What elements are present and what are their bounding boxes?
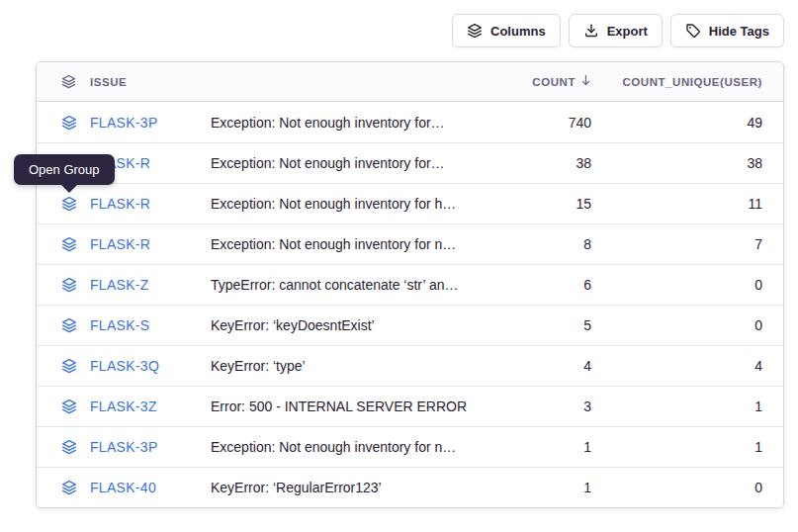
- issue-stack-icon[interactable]: [61, 115, 78, 131]
- count-value: 1: [492, 439, 591, 455]
- issue-stack-icon[interactable]: [61, 317, 78, 333]
- export-button-label: Export: [607, 24, 648, 39]
- header-count-unique[interactable]: COUNT_UNIQUE(USER): [591, 76, 762, 88]
- columns-button-label: Columns: [490, 24, 546, 39]
- count-unique-value: 1: [591, 439, 762, 455]
- issue-link[interactable]: FLASK-3Z: [90, 399, 211, 414]
- header-count-label: COUNT: [532, 76, 576, 88]
- issue-message: KeyError: ‘type’: [211, 358, 492, 374]
- issue-message: Exception: Not enough inventory for…: [211, 115, 492, 131]
- tag-icon: [685, 23, 701, 39]
- table-row[interactable]: FLASK-R Exception: Not enough inventory …: [37, 183, 783, 223]
- count-value: 5: [492, 317, 591, 333]
- count-unique-value: 0: [591, 317, 762, 333]
- count-value: 8: [492, 236, 591, 252]
- issue-stack-icon[interactable]: [61, 439, 78, 455]
- issue-stack-icon[interactable]: [61, 277, 78, 293]
- count-value: 740: [492, 115, 591, 131]
- export-button[interactable]: Export: [569, 14, 663, 47]
- table-row[interactable]: FLASK-3Z Error: 500 - INTERNAL SERVER ER…: [37, 386, 783, 426]
- table-row[interactable]: FLASK-3P Exception: Not enough inventory…: [37, 426, 783, 467]
- page: Columns Export Hide Tags: [0, 0, 798, 532]
- issue-link[interactable]: FLASK-3P: [90, 439, 211, 455]
- issue-link[interactable]: FLASK-S: [90, 317, 211, 333]
- issue-stack-icon[interactable]: [61, 196, 78, 212]
- count-unique-value: 38: [591, 155, 762, 171]
- count-unique-value: 11: [591, 196, 762, 212]
- issue-stack-icon[interactable]: [61, 236, 78, 252]
- hide-tags-button-label: Hide Tags: [709, 24, 769, 39]
- issue-message: KeyError: ‘keyDoesntExist’: [211, 317, 492, 333]
- table-row[interactable]: FLASK-R Exception: Not enough inventory …: [37, 223, 783, 264]
- download-icon: [583, 23, 599, 39]
- table-row[interactable]: FLASK-3P Exception: Not enough inventory…: [37, 102, 783, 142]
- count-unique-value: 1: [591, 399, 762, 414]
- columns-button[interactable]: Columns: [452, 14, 561, 47]
- count-unique-value: 4: [591, 358, 762, 374]
- count-value: 15: [492, 196, 591, 212]
- issue-stack-icon[interactable]: [61, 480, 78, 495]
- table-row[interactable]: FLASK-3Q KeyError: ‘type’ 4 4: [37, 345, 783, 386]
- count-unique-value: 0: [591, 277, 762, 293]
- table-row[interactable]: FLASK-S KeyError: ‘keyDoesntExist’ 5 0: [37, 305, 783, 345]
- results-table: ISSUE COUNT COUNT_UNIQUE(USER): [36, 61, 784, 508]
- issue-link[interactable]: FLASK-Z: [90, 277, 211, 293]
- count-value: 3: [492, 399, 591, 414]
- issue-link[interactable]: FLASK-3P: [90, 115, 211, 131]
- stack-icon: [61, 74, 78, 89]
- hide-tags-button[interactable]: Hide Tags: [670, 14, 784, 47]
- header-count[interactable]: COUNT: [492, 74, 591, 89]
- header-issue[interactable]: ISSUE: [90, 76, 211, 88]
- issue-message: TypeError: cannot concatenate ‘str’ an…: [211, 277, 492, 293]
- issue-message: Error: 500 - INTERNAL SERVER ERROR: [211, 399, 492, 414]
- count-unique-value: 7: [591, 236, 762, 252]
- count-value: 1: [492, 480, 591, 495]
- open-group-tooltip: Open Group: [14, 154, 115, 185]
- open-group-tooltip-label: Open Group: [29, 162, 100, 177]
- sort-desc-icon: [580, 74, 591, 89]
- table-row[interactable]: FLASK-R Exception: Not enough inventory …: [37, 142, 783, 183]
- table-body: FLASK-3P Exception: Not enough inventory…: [37, 102, 783, 507]
- issue-message: KeyError: ‘RegularError123’: [211, 480, 492, 495]
- issue-link[interactable]: FLASK-40: [90, 480, 211, 495]
- count-unique-value: 0: [591, 480, 762, 495]
- issue-link[interactable]: FLASK-R: [90, 196, 211, 212]
- issue-stack-icon[interactable]: [61, 358, 78, 374]
- issue-message: Exception: Not enough inventory for…: [211, 155, 492, 171]
- stack-icon: [467, 23, 483, 39]
- issue-stack-icon[interactable]: [61, 399, 78, 414]
- issue-message: Exception: Not enough inventory for h…: [211, 196, 492, 212]
- count-value: 6: [492, 277, 591, 293]
- table-row[interactable]: FLASK-Z TypeError: cannot concatenate ‘s…: [37, 264, 783, 305]
- count-value: 38: [492, 155, 591, 171]
- count-unique-value: 49: [591, 115, 762, 131]
- issue-link[interactable]: FLASK-3Q: [90, 358, 211, 374]
- toolbar: Columns Export Hide Tags: [452, 14, 784, 47]
- issue-message: Exception: Not enough inventory for n…: [211, 236, 492, 252]
- table-row[interactable]: FLASK-40 KeyError: ‘RegularError123’ 1 0: [37, 467, 783, 507]
- table-header-row: ISSUE COUNT COUNT_UNIQUE(USER): [37, 62, 783, 102]
- issue-message: Exception: Not enough inventory for n…: [211, 439, 492, 455]
- issue-link[interactable]: FLASK-R: [90, 236, 211, 252]
- count-value: 4: [492, 358, 591, 374]
